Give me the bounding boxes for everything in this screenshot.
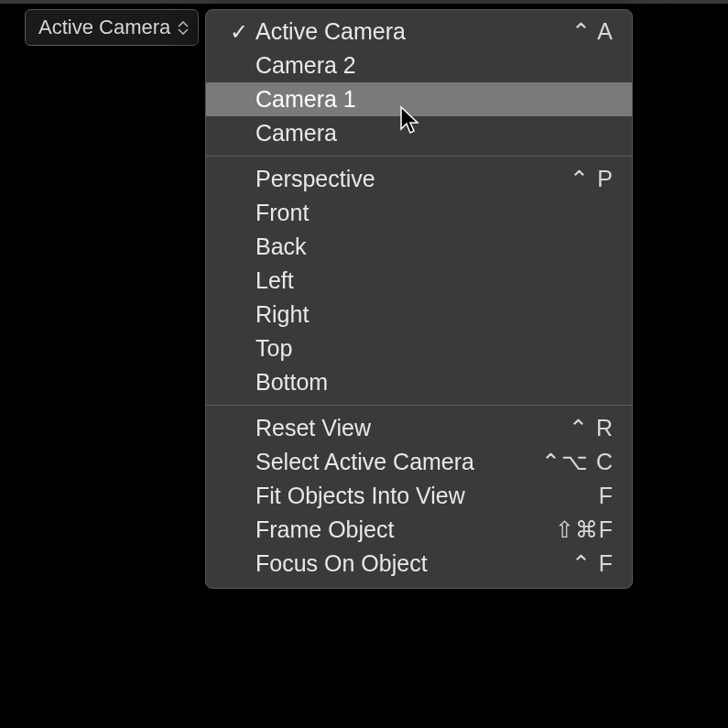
menu-item-label: Fit Objects Into View xyxy=(255,483,599,509)
menu-item-left[interactable]: Left xyxy=(206,264,632,298)
menu-item-label: Front xyxy=(255,200,614,226)
menu-item-label: Perspective xyxy=(255,166,570,192)
menu-item-back[interactable]: Back xyxy=(206,230,632,264)
menu-item-select-active-camera[interactable]: Select Active Camera ⌃⌥ C xyxy=(206,445,632,479)
menu-item-label: Focus On Object xyxy=(255,550,571,577)
menu-item-camera-2[interactable]: Camera 2 xyxy=(206,49,632,82)
menu-item-camera-1[interactable]: Camera 1 xyxy=(206,82,632,116)
menu-item-shortcut: ⇧⌘F xyxy=(555,516,614,543)
menu-item-shortcut: ⌃ F xyxy=(571,550,614,577)
menu-item-label: Camera xyxy=(255,120,614,147)
dropdown-chevrons-icon xyxy=(178,21,189,35)
menu-item-perspective[interactable]: Perspective ⌃ P xyxy=(206,162,632,196)
menu-item-label: Select Active Camera xyxy=(255,449,541,475)
menu-item-label: Back xyxy=(255,234,614,260)
camera-dropdown-label: Active Camera xyxy=(38,16,170,39)
menu-item-right[interactable]: Right xyxy=(206,298,632,331)
menu-item-label: Bottom xyxy=(255,369,614,396)
menu-item-label: Left xyxy=(255,267,614,294)
menu-item-label: Camera 2 xyxy=(255,52,614,79)
menu-item-label: Top xyxy=(255,335,614,362)
menu-item-front[interactable]: Front xyxy=(206,196,632,230)
menu-item-active-camera[interactable]: ✓ Active Camera ⌃ A xyxy=(206,15,632,49)
menu-separator xyxy=(206,405,632,406)
menu-item-shortcut: F xyxy=(599,483,614,509)
menu-item-fit-objects[interactable]: Fit Objects Into View F xyxy=(206,479,632,513)
camera-dropdown-button[interactable]: Active Camera xyxy=(25,9,199,46)
menu-separator xyxy=(206,156,632,157)
menu-item-reset-view[interactable]: Reset View ⌃ R xyxy=(206,411,632,445)
menu-item-label: Camera 1 xyxy=(255,86,614,113)
menu-item-shortcut: ⌃ R xyxy=(569,415,614,441)
menu-item-shortcut: ⌃ P xyxy=(570,166,614,192)
menu-item-label: Right xyxy=(255,301,614,328)
app-top-strip xyxy=(0,0,728,4)
menu-item-bottom[interactable]: Bottom xyxy=(206,365,632,399)
menu-item-label: Active Camera xyxy=(255,18,571,45)
menu-item-frame-object[interactable]: Frame Object ⇧⌘F xyxy=(206,513,632,547)
menu-item-top[interactable]: Top xyxy=(206,331,632,365)
menu-item-label: Reset View xyxy=(255,415,569,441)
menu-item-camera[interactable]: Camera xyxy=(206,116,632,150)
menu-item-focus-on-object[interactable]: Focus On Object ⌃ F xyxy=(206,547,632,581)
check-icon: ✓ xyxy=(223,19,255,45)
menu-item-label: Frame Object xyxy=(255,516,555,543)
menu-item-shortcut: ⌃⌥ C xyxy=(541,449,614,475)
menu-item-shortcut: ⌃ A xyxy=(571,18,614,45)
camera-view-menu: ✓ Active Camera ⌃ A Camera 2 Camera 1 Ca… xyxy=(205,9,633,589)
